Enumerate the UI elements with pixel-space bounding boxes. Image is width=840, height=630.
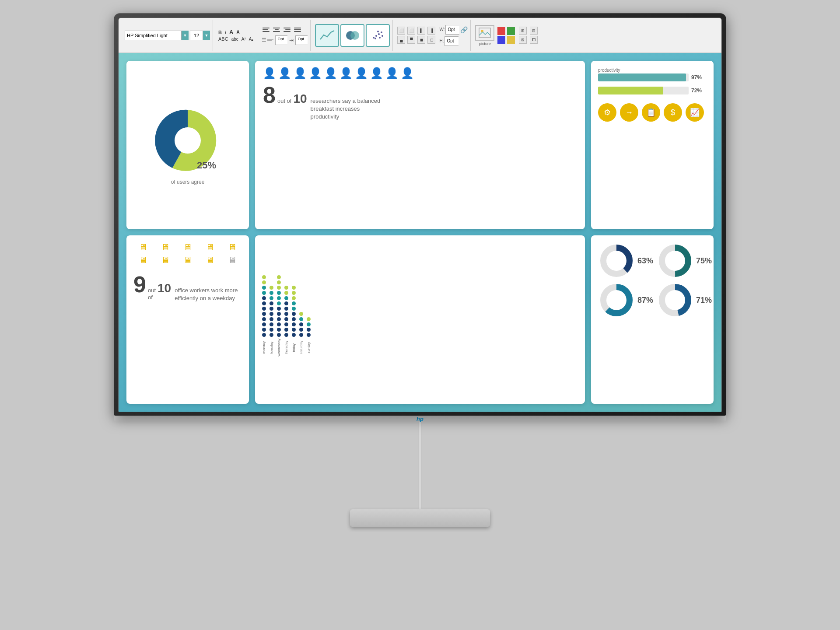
picture-button[interactable] [475, 25, 494, 41]
opt-input-1[interactable]: Opt [275, 35, 287, 45]
dot [277, 328, 281, 332]
layout-btn-6[interactable]: ▀ [407, 36, 415, 44]
dot [284, 322, 288, 326]
dot [262, 280, 266, 284]
opt-input-2[interactable]: Opt [295, 35, 308, 45]
align-right-icon[interactable] [283, 26, 291, 34]
icon-btn-clipboard[interactable]: 📋 [642, 103, 660, 122]
toolbar-chart-group [312, 20, 393, 51]
list-icon[interactable]: ☰ [262, 37, 266, 43]
donut-pct-75: 75% [696, 256, 712, 266]
dot [270, 286, 273, 290]
format-superscript[interactable]: A² [241, 37, 247, 42]
table-btn-1[interactable]: ⊞ [519, 27, 527, 35]
align-center-icon[interactable] [272, 26, 281, 34]
svg-rect-10 [479, 28, 490, 38]
office-number: 9 [133, 273, 146, 296]
font-name-input[interactable] [125, 31, 182, 40]
layout-btn-4[interactable]: ▐ [427, 27, 435, 35]
layout-btn-3[interactable]: ▌ [417, 27, 425, 35]
svg-point-21 [609, 292, 624, 308]
monitor-icon-2: 🖥 [156, 242, 175, 252]
dot [262, 322, 266, 326]
dot [292, 322, 296, 326]
office-workers-card: 🖥 🖥 🖥 🖥 🖥 🖥 🖥 🖥 🖥 🖥 9 [126, 235, 249, 404]
layout-btn-2[interactable]: ⬜ [407, 27, 415, 35]
format-abc[interactable]: ABC [217, 36, 229, 42]
monitor-icons-grid: 🖥 🖥 🖥 🖥 🖥 🖥 🖥 🖥 🖥 🖥 [133, 242, 242, 265]
svg-point-24 [667, 292, 683, 308]
dot [277, 280, 281, 284]
font-dropdown-arrow[interactable]: ▼ [182, 31, 189, 40]
dot [292, 317, 296, 321]
monitor-stand-neck [418, 422, 422, 509]
height-input[interactable] [444, 36, 458, 46]
dot [299, 317, 303, 321]
dot [262, 312, 266, 316]
dot [292, 291, 296, 295]
person-icon-7: 👤 [355, 67, 368, 79]
color-blue[interactable] [497, 36, 505, 44]
dot [277, 322, 281, 326]
layout-btn-8[interactable]: ◻ [427, 36, 435, 44]
icon-btn-dollar[interactable]: $ [664, 103, 682, 122]
dot [277, 312, 281, 316]
scatter-chart-button[interactable] [366, 24, 390, 47]
width-input[interactable] [445, 25, 459, 35]
svg-point-5 [378, 33, 380, 35]
align-justify-icon[interactable] [293, 26, 302, 34]
dot [284, 317, 288, 321]
donut-pct-63: 63% [637, 256, 653, 266]
toolbar-picture-group: picture ⊞ ⊟ ⊠ ⧠ [472, 20, 542, 51]
venn-chart-button[interactable] [340, 24, 364, 47]
format-abc-lower[interactable]: abc [231, 37, 239, 42]
person-icon-1: 👤 [263, 67, 276, 79]
font-size-dropdown-arrow[interactable]: ▼ [203, 31, 210, 40]
format-a2[interactable]: A [235, 30, 240, 35]
person-icon-6: 👤 [340, 67, 353, 79]
dot [262, 291, 266, 295]
align-left-icon[interactable] [262, 26, 270, 34]
hp-logo: hp [416, 416, 424, 422]
format-subscript[interactable]: A₂ [248, 37, 255, 42]
dot [277, 291, 281, 295]
dot [262, 333, 266, 337]
dot [270, 307, 273, 311]
layout-btn-5[interactable]: ▄ [397, 36, 405, 44]
person-icon-4: 👤 [309, 67, 322, 79]
toolbar-alignment-group: ☰ Opt ⇥ [259, 20, 311, 51]
donut-grid: 63% 75% [595, 239, 710, 322]
bold-button[interactable]: B [217, 30, 223, 35]
line-chart-button[interactable] [315, 24, 339, 47]
monitor-icon-4: 🖥 [200, 242, 220, 252]
layout-btn-7[interactable]: ◼ [417, 36, 425, 44]
format-a1[interactable]: A [228, 29, 234, 35]
toolbar-layout-group: ⬜ ⬜ ▌ ▐ ▄ ▀ ◼ ◻ W: 🔗 [395, 20, 471, 51]
dot [262, 328, 266, 332]
font-size-input[interactable] [190, 31, 203, 40]
researchers-number: 8 [263, 84, 276, 106]
icon-btn-chart[interactable]: 📈 [686, 103, 704, 122]
screen-content: 25% of users agree 👤 👤 👤 👤 👤 👤 👤 [119, 53, 721, 412]
layout-btn-1[interactable]: ⬜ [397, 27, 405, 35]
table-btn-2[interactable]: ⊟ [530, 27, 538, 35]
dot [307, 333, 311, 337]
icon-btn-arrow[interactable]: → [620, 103, 638, 122]
table-btn-3[interactable]: ⊠ [519, 36, 527, 44]
italic-button[interactable]: I [224, 30, 227, 35]
color-green[interactable] [507, 27, 515, 35]
dot-col-tuesday [270, 286, 273, 337]
dot [292, 312, 296, 316]
monitor-icon-8: 🖥 [178, 255, 198, 265]
font-selector-wrapper: ▼ [125, 31, 189, 40]
office-out-of: out of [148, 287, 156, 301]
monitor-icon-10: 🖥 [222, 255, 242, 265]
dot [292, 286, 296, 290]
icon-btn-gear[interactable]: ⚙ [598, 103, 616, 122]
color-red[interactable] [497, 27, 505, 35]
color-yellow[interactable] [507, 36, 515, 44]
dot-col-sunday [307, 317, 311, 337]
table-btn-4[interactable]: ⧠ [530, 36, 538, 44]
day-monday: monday [262, 339, 266, 356]
indent-icon[interactable]: ⇥ [289, 37, 294, 43]
